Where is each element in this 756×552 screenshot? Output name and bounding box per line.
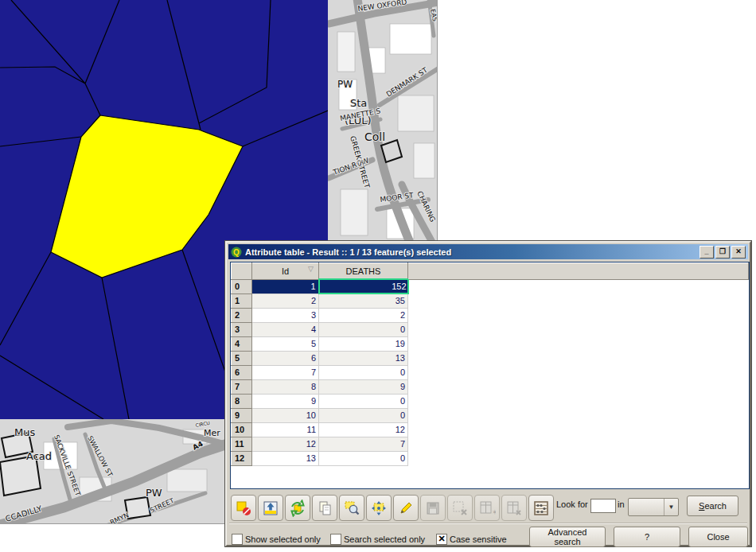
look-for-label: Look for bbox=[556, 500, 588, 509]
deaths-cell[interactable]: 13 bbox=[319, 351, 408, 365]
row-header-cell[interactable]: 10 bbox=[232, 422, 252, 437]
toggle-editing-button[interactable] bbox=[393, 495, 419, 521]
deaths-cell[interactable]: 7 bbox=[319, 437, 408, 451]
id-cell[interactable]: 9 bbox=[252, 394, 319, 408]
id-cell[interactable]: 4 bbox=[252, 322, 319, 336]
dialog-titlebar[interactable]: Q Attribute table - Result :: 1 / 13 fea… bbox=[228, 244, 748, 259]
id-column-header[interactable]: Id ▽ bbox=[252, 263, 319, 280]
deaths-cell[interactable]: 12 bbox=[319, 422, 408, 437]
row-header-cell[interactable]: 2 bbox=[232, 308, 252, 322]
chevron-down-icon[interactable]: ▼ bbox=[664, 499, 678, 515]
museum-label: Mus bbox=[14, 426, 35, 438]
advanced-search-button[interactable]: Advanced search bbox=[529, 527, 606, 547]
id-cell[interactable]: 7 bbox=[252, 365, 319, 379]
unselect-all-button[interactable] bbox=[231, 495, 256, 521]
table-row[interactable]: 101112 bbox=[232, 422, 749, 437]
row-header-cell[interactable]: 12 bbox=[232, 451, 252, 465]
search-rest: earch bbox=[704, 501, 727, 511]
id-cell[interactable]: 6 bbox=[252, 351, 319, 365]
look-for-input[interactable] bbox=[590, 499, 616, 513]
show-selected-only-checkbox[interactable] bbox=[232, 534, 243, 545]
table-row[interactable]: 670 bbox=[232, 365, 749, 379]
move-selected-to-top-button[interactable] bbox=[258, 495, 283, 521]
help-button[interactable]: ? bbox=[614, 527, 680, 547]
id-cell[interactable]: 5 bbox=[252, 336, 319, 351]
id-cell[interactable]: 1 bbox=[252, 279, 319, 293]
minimize-button[interactable]: _ bbox=[699, 246, 714, 259]
table-row[interactable]: 9100 bbox=[232, 408, 749, 422]
street-label: SWALLOW ST bbox=[86, 434, 115, 478]
id-cell[interactable]: 2 bbox=[252, 293, 319, 308]
invert-selection-button[interactable] bbox=[285, 495, 310, 521]
academy-label: Acad bbox=[26, 450, 52, 462]
deaths-cell[interactable]: 0 bbox=[319, 322, 408, 336]
table-row[interactable]: 890 bbox=[232, 394, 749, 408]
place-label: Mer bbox=[204, 428, 220, 438]
zoom-to-selected-button[interactable] bbox=[339, 495, 364, 521]
sort-descending-icon: ▽ bbox=[308, 265, 314, 273]
deaths-cell[interactable]: 0 bbox=[319, 451, 408, 465]
search-button[interactable]: Search bbox=[687, 496, 738, 516]
svg-text:✶: ✶ bbox=[492, 508, 496, 516]
id-cell[interactable]: 10 bbox=[252, 408, 319, 422]
id-cell[interactable]: 3 bbox=[252, 308, 319, 322]
table-row[interactable]: 11127 bbox=[232, 437, 749, 451]
table-row[interactable]: 4519 bbox=[232, 336, 749, 351]
table-row[interactable]: 1235 bbox=[232, 293, 749, 308]
row-header-cell[interactable]: 9 bbox=[232, 408, 252, 422]
filler-cell bbox=[408, 293, 749, 308]
row-header-cell[interactable]: 1 bbox=[232, 293, 252, 308]
row-header-cell[interactable]: 5 bbox=[232, 351, 252, 365]
attribute-table[interactable]: Id ▽ DEATHS 0115212352323404519561367078… bbox=[230, 262, 750, 489]
deaths-cell[interactable]: 19 bbox=[319, 336, 408, 351]
deaths-column-header[interactable]: DEATHS bbox=[319, 263, 408, 280]
save-edits-button[interactable] bbox=[420, 495, 446, 521]
deaths-cell[interactable]: 0 bbox=[319, 408, 408, 422]
deaths-cell[interactable]: 35 bbox=[319, 293, 408, 308]
table-row[interactable]: 232 bbox=[232, 308, 749, 322]
deaths-cell[interactable]: 0 bbox=[319, 365, 408, 379]
row-header-cell[interactable]: 6 bbox=[232, 365, 252, 379]
field-select-dropdown[interactable]: ▼ bbox=[628, 498, 679, 516]
maximize-button[interactable]: ❐ bbox=[715, 246, 730, 259]
row-header-cell[interactable]: 4 bbox=[232, 336, 252, 351]
row-header-cell[interactable]: 7 bbox=[232, 379, 252, 394]
id-cell[interactable]: 8 bbox=[252, 379, 319, 394]
table-row[interactable]: 01152 bbox=[232, 279, 749, 293]
row-header-cell[interactable]: 0 bbox=[232, 279, 252, 293]
id-cell[interactable]: 13 bbox=[252, 451, 319, 465]
deaths-cell[interactable]: 152 bbox=[319, 279, 408, 293]
deaths-cell[interactable]: 9 bbox=[319, 379, 408, 394]
deaths-cell[interactable]: 0 bbox=[319, 394, 408, 408]
row-header-cell[interactable]: 3 bbox=[232, 322, 252, 336]
new-column-button[interactable]: ✶ bbox=[474, 495, 500, 521]
delete-column-button[interactable] bbox=[501, 495, 527, 521]
search-selected-only-checkbox[interactable] bbox=[330, 534, 341, 545]
field-calculator-button[interactable] bbox=[528, 495, 554, 521]
id-cell[interactable]: 11 bbox=[252, 422, 319, 437]
delete-selected-button[interactable] bbox=[447, 495, 473, 521]
filler-cell bbox=[408, 394, 749, 408]
college-label: Coll bbox=[364, 130, 385, 143]
station-label: Sta bbox=[350, 97, 367, 109]
close-button[interactable]: Close bbox=[688, 527, 748, 547]
row-header-cell[interactable]: 11 bbox=[232, 437, 252, 451]
table-row[interactable]: 340 bbox=[232, 322, 749, 336]
close-window-button[interactable]: ✕ bbox=[731, 246, 746, 259]
id-cell[interactable]: 12 bbox=[252, 437, 319, 451]
street-label: RMYN bbox=[109, 511, 131, 523]
table-row[interactable]: 12130 bbox=[232, 451, 749, 465]
table-row[interactable]: 789 bbox=[232, 379, 749, 394]
filler-cell bbox=[408, 279, 749, 293]
attribute-table-dialog: Q Attribute table - Result :: 1 / 13 fea… bbox=[225, 241, 751, 546]
copy-selected-rows-button[interactable] bbox=[312, 495, 337, 521]
in-label: in bbox=[618, 500, 625, 509]
filler-cell bbox=[408, 351, 749, 365]
case-sensitive-checkbox[interactable]: ✕ bbox=[436, 534, 447, 545]
row-header-cell[interactable]: 8 bbox=[232, 394, 252, 408]
table-row[interactable]: 5613 bbox=[232, 351, 749, 365]
pan-to-selected-button[interactable] bbox=[366, 495, 392, 521]
deaths-cell[interactable]: 2 bbox=[319, 308, 408, 322]
corner-header-cell[interactable] bbox=[232, 263, 252, 280]
screen: { "window": { "title": "Attribute table … bbox=[0, 0, 756, 552]
